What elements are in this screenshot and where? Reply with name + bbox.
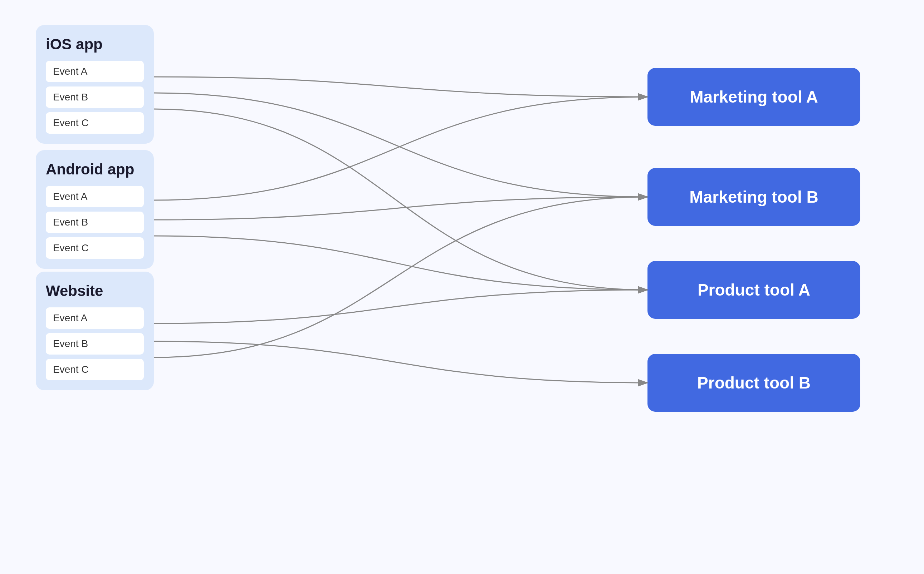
android-event-a: Event A bbox=[46, 186, 144, 207]
website-event-a: Event A bbox=[46, 308, 144, 329]
source-box-website: Website Event A Event B Event C bbox=[36, 272, 154, 390]
ios-event-a: Event A bbox=[46, 61, 144, 82]
android-title: Android app bbox=[46, 161, 144, 178]
android-event-c: Event C bbox=[46, 237, 144, 259]
android-event-b: Event B bbox=[46, 211, 144, 233]
dest-marketing-b: Marketing tool B bbox=[647, 168, 860, 226]
dest-marketing-b-label: Marketing tool B bbox=[689, 187, 818, 207]
dest-product-b: Product tool B bbox=[647, 354, 860, 412]
dest-product-a: Product tool A bbox=[647, 261, 860, 319]
diagram: iOS app Event A Event B Event C Android … bbox=[0, 0, 924, 574]
website-event-b: Event B bbox=[46, 333, 144, 355]
website-title: Website bbox=[46, 282, 144, 300]
website-event-c: Event C bbox=[46, 359, 144, 380]
dest-product-b-label: Product tool B bbox=[697, 373, 811, 393]
ios-event-c: Event C bbox=[46, 112, 144, 134]
ios-event-b: Event B bbox=[46, 87, 144, 108]
dest-product-a-label: Product tool A bbox=[698, 280, 810, 300]
source-box-android: Android app Event A Event B Event C bbox=[36, 150, 154, 269]
dest-marketing-a: Marketing tool A bbox=[647, 68, 860, 126]
ios-title: iOS app bbox=[46, 36, 144, 53]
source-box-ios: iOS app Event A Event B Event C bbox=[36, 25, 154, 144]
dest-marketing-a-label: Marketing tool A bbox=[690, 87, 818, 107]
